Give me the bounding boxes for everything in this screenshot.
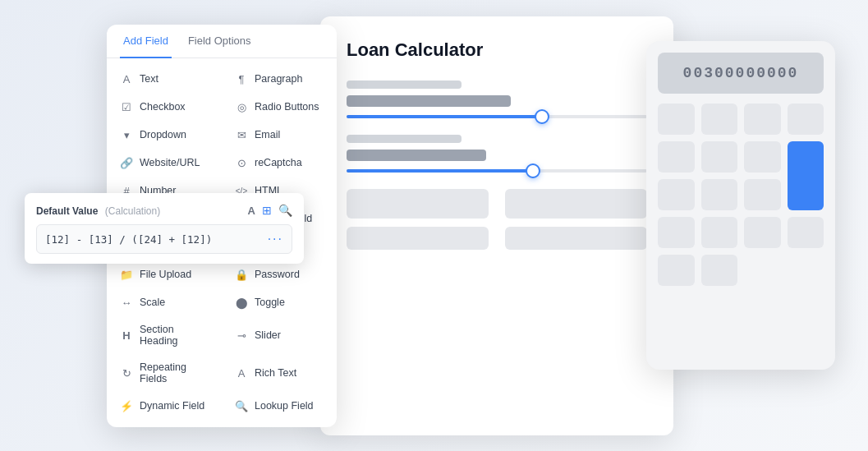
- field-label: Paragraph: [255, 73, 302, 85]
- repeating-fields-icon: ↻: [120, 366, 133, 380]
- field-label: Dynamic Field: [140, 400, 204, 412]
- email-icon: ✉: [235, 128, 248, 141]
- tab-field-options[interactable]: Field Options: [185, 25, 255, 58]
- loan-slider-1[interactable]: [347, 115, 647, 118]
- list-item[interactable]: ◎ Radio Buttons: [222, 93, 337, 121]
- calc-btn[interactable]: [658, 141, 695, 173]
- calc-btn[interactable]: [658, 104, 695, 135]
- loan-calculator-panel: Loan Calculator: [320, 16, 673, 435]
- field-label: Website/URL: [140, 157, 200, 168]
- loan-field-label-2: [347, 135, 462, 143]
- paragraph-icon: ¶: [235, 72, 248, 85]
- formula-label-text: Default Value (Calculation): [36, 203, 160, 218]
- calculation-sublabel: (Calculation): [105, 205, 160, 217]
- text-icon[interactable]: A: [248, 205, 255, 217]
- list-item[interactable]: ⚡ Dynamic Field: [107, 392, 222, 420]
- calc-btn[interactable]: [744, 104, 781, 135]
- calc-buttons: [658, 104, 824, 286]
- scale-icon: ↔: [120, 296, 133, 309]
- calc-btn[interactable]: [658, 217, 695, 248]
- search-icon[interactable]: 🔍: [278, 204, 292, 217]
- calc-btn[interactable]: [701, 141, 738, 173]
- list-item[interactable]: ⬤ Toggle: [222, 288, 337, 316]
- list-item[interactable]: A Rich Text: [222, 354, 337, 392]
- calc-btn[interactable]: [701, 217, 738, 248]
- radio-buttons-icon: ◎: [235, 100, 248, 113]
- field-label: Toggle: [255, 297, 285, 308]
- tab-add-field[interactable]: Add Field: [120, 25, 172, 58]
- list-item[interactable]: ▾ Dropdown: [107, 121, 222, 149]
- list-item[interactable]: 🏷 Tags: [107, 420, 222, 425]
- calc-btn[interactable]: [788, 217, 824, 248]
- rich-text-icon: A: [235, 366, 248, 380]
- loan-slider-thumb-1[interactable]: [535, 109, 549, 124]
- list-item[interactable]: ¶ Paragraph: [222, 65, 337, 93]
- tabs-header: Add Field Field Options: [107, 25, 337, 58]
- loan-field-label-1: [347, 81, 462, 89]
- calc-display-value: 00300000000: [683, 65, 799, 81]
- calc-btn[interactable]: [744, 179, 781, 210]
- calculator-widget: 00300000000: [646, 41, 835, 370]
- table-icon[interactable]: ⊞: [262, 204, 272, 217]
- calc-btn[interactable]: [701, 179, 738, 210]
- list-item[interactable]: ⊙ reCaptcha: [222, 149, 337, 177]
- loan-slider-fill-1: [347, 115, 542, 118]
- field-label: Text: [140, 73, 158, 85]
- calc-display: 00300000000: [658, 53, 824, 94]
- list-item[interactable]: ↔ Scale: [107, 288, 222, 316]
- scene: Add Field Field Options A Text ¶ Paragra…: [0, 0, 868, 451]
- calc-btn[interactable]: [658, 179, 695, 210]
- calc-btn[interactable]: [744, 141, 781, 173]
- loan-slider-thumb-2[interactable]: [526, 163, 540, 178]
- loan-results-row: [347, 189, 647, 219]
- slider-icon: ⊸: [235, 329, 248, 342]
- field-label: Radio Buttons: [255, 101, 319, 113]
- password-icon: 🔒: [235, 268, 248, 281]
- field-label: Rich Text: [255, 367, 296, 379]
- formula-popup: Default Value (Calculation) A ⊞ 🔍 [12] -…: [25, 193, 304, 264]
- calc-btn[interactable]: [788, 104, 824, 135]
- field-label: Repeating Fields: [140, 361, 209, 384]
- list-item[interactable]: ⊸ Slider: [222, 316, 337, 354]
- loan-bottom-box-1: [347, 227, 489, 250]
- list-item[interactable]: 🔍 Lookup Field: [222, 392, 337, 420]
- calc-btn[interactable]: [658, 255, 695, 286]
- list-item[interactable]: 🔒 Password: [222, 260, 337, 288]
- formula-toolbar: A ⊞ 🔍: [248, 204, 292, 217]
- field-label: Scale: [140, 297, 165, 308]
- list-item[interactable]: A Text: [107, 65, 222, 93]
- field-label: Email: [255, 129, 280, 140]
- dropdown-icon: ▾: [120, 128, 133, 141]
- loan-bottom-row: [347, 227, 647, 250]
- formula-expression: [12] - [13] / ([24] + [12]): [45, 233, 212, 246]
- formula-popup-header: Default Value (Calculation) A ⊞ 🔍: [36, 203, 292, 218]
- loan-slider-2[interactable]: [347, 169, 647, 173]
- field-label: Slider: [255, 329, 281, 341]
- list-item[interactable]: ✉ Email: [222, 121, 337, 149]
- formula-more-icon[interactable]: ···: [268, 232, 283, 246]
- calc-btn[interactable]: [701, 104, 738, 135]
- calc-btn-equals[interactable]: [788, 141, 824, 210]
- loan-calculator-title: Loan Calculator: [347, 39, 647, 61]
- recaptcha-icon: ⊙: [235, 156, 248, 169]
- formula-input-box[interactable]: [12] - [13] / ([24] + [12]) ···: [36, 224, 292, 254]
- list-item[interactable]: 🔗 Website/URL: [107, 149, 222, 177]
- loan-bottom-box-2: [505, 227, 647, 250]
- loan-field-value-2: [347, 150, 486, 161]
- dynamic-field-icon: ⚡: [120, 399, 133, 412]
- loan-field-group-1: [347, 81, 647, 118]
- loan-slider-fill-2: [347, 169, 533, 173]
- list-item[interactable]: 💳 Credit Card: [222, 420, 337, 425]
- field-label: reCaptcha: [255, 157, 302, 168]
- field-label: Section Heading: [140, 324, 209, 347]
- calc-btn[interactable]: [701, 255, 738, 286]
- toggle-icon: ⬤: [235, 296, 248, 309]
- list-item[interactable]: H Section Heading: [107, 316, 222, 354]
- calc-btn[interactable]: [744, 217, 781, 248]
- list-item[interactable]: 📁 File Upload: [107, 260, 222, 288]
- checkbox-icon: ☑: [120, 100, 133, 113]
- list-item[interactable]: ☑ Checkbox: [107, 93, 222, 121]
- list-item[interactable]: ↻ Repeating Fields: [107, 354, 222, 392]
- field-label: File Upload: [140, 269, 191, 280]
- field-label: Password: [255, 269, 300, 280]
